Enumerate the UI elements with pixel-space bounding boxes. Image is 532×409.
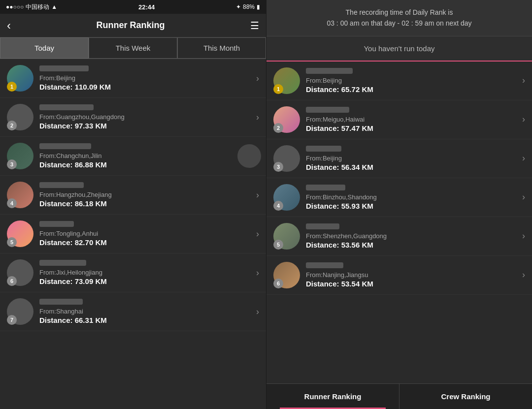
runner-distance: Distance: 66.31 KM [39,316,252,324]
runner-name [39,143,91,149]
runner-info: From:BeijingDistance: 56.34 KM [306,146,518,171]
avatar-wrap: 1 [273,67,300,94]
runner-item[interactable]: 6From:Nanjing,JiangsuDistance: 53.54 KM› [266,256,532,295]
runner-info: From:Hangzhou,ZhejiangDistance: 86.18 KM [39,182,252,208]
right-runner-list: 1From:BeijingDistance: 65.72 KM›2From:Me… [266,62,532,383]
runner-from: From:Beijing [306,155,518,162]
tab-this-week[interactable]: This Week [89,37,177,59]
right-panel: The recording time of Daily Rank is 03 :… [266,0,532,409]
chevron-right-icon: › [256,229,259,239]
avatar-wrap: 5 [273,223,300,250]
chevron-right-icon: › [256,112,259,123]
runner-item[interactable]: 7From:ShanghaiDistance: 66.31 KM› [0,292,266,331]
runner-info: From:Jixi,HeilongjiangDistance: 73.09 KM [39,260,252,285]
avatar-wrap: 7 [7,298,33,325]
runner-name [306,68,353,74]
chevron-right-icon: › [522,153,525,163]
status-left: ●●○○○ 中国移动 ▲ [6,3,57,11]
chevron-right-icon: › [522,192,525,202]
runner-info: From:Guangzhou,GuangdongDistance: 97.33 … [39,104,252,130]
runner-item[interactable]: 6From:Jixi,HeilongjiangDistance: 73.09 K… [0,253,266,292]
chevron-right-icon: › [522,231,525,241]
rank-badge: 7 [7,315,17,325]
rank-badge: 1 [273,84,283,94]
battery-icon: ▮ [257,3,260,10]
back-button[interactable]: ‹ [7,19,11,32]
rank-badge: 3 [273,162,283,172]
left-panel: ●●○○○ 中国移动 ▲ 22:44 ✦ 88% ▮ ‹ Runner Rank… [0,0,266,409]
chevron-right-icon: › [522,75,525,86]
runner-from: From:Tongling,Anhui [39,230,252,237]
tab-today[interactable]: Today [0,37,89,59]
runner-distance: Distance: 110.09 KM [39,83,252,91]
runner-item[interactable]: 4From:Binzhou,ShandongDistance: 55.93 KM… [266,178,532,217]
battery-label: 88% [243,3,255,10]
runner-distance: Distance: 97.33 KM [39,122,252,130]
rank-badge: 4 [7,198,17,208]
status-right: ✦ 88% ▮ [236,3,260,10]
runner-item[interactable]: 1From:BeijingDistance: 110.09 KM› [0,59,266,98]
chevron-right-icon: › [522,270,525,280]
avatar-wrap: 4 [7,182,33,208]
runner-item[interactable]: 2From:Meiguo,HaiwaiDistance: 57.47 KM› [266,100,532,139]
runner-item[interactable]: 5From:Shenzhen,GuangdongDistance: 53.56 … [266,217,532,256]
runner-info: From:ShanghaiDistance: 66.31 KM [39,299,252,324]
runner-distance: Distance: 56.34 KM [306,163,518,171]
runner-item[interactable]: 3From:BeijingDistance: 56.34 KM› [266,139,532,178]
bottom-tab-crew-ranking[interactable]: Crew Ranking [399,384,532,409]
runner-from: From:Shanghai [39,308,252,315]
chevron-right-icon: › [522,114,525,125]
daily-rank-info: The recording time of Daily Rank is 03 :… [266,0,532,36]
avatar-wrap: 1 [7,65,33,92]
runner-info: From:Tongling,AnhuiDistance: 82.70 KM [39,221,252,247]
runner-item[interactable]: 4From:Hangzhou,ZhejiangDistance: 86.18 K… [0,176,266,215]
runner-name [39,221,74,227]
runner-item[interactable]: 3From:Changchun,JilinDistance: 86.88 KM [0,137,266,176]
carrier-label: 中国移动 [26,3,49,11]
runner-item[interactable]: 1From:BeijingDistance: 65.72 KM› [266,62,532,100]
runner-distance: Distance: 53.54 KM [306,280,518,288]
runner-item[interactable]: 5From:Tongling,AnhuiDistance: 82.70 KM› [0,215,266,253]
runner-from: From:Beijing [306,77,518,84]
scroll-indicator [237,144,261,168]
tab-this-month[interactable]: This Month [177,37,266,59]
chevron-right-icon: › [256,307,259,317]
page-title: Runner Ranking [96,20,165,31]
runner-info: From:Nanjing,JiangsuDistance: 53.54 KM [306,262,518,288]
signal-dots: ●●○○○ [6,3,24,10]
runner-from: From:Hangzhou,Zhejiang [39,191,252,198]
runner-name [306,185,345,190]
avatar-wrap: 6 [273,262,300,288]
rank-badge: 2 [273,123,283,133]
avatar-wrap: 3 [273,145,300,172]
runner-name [39,299,83,305]
runner-name [39,260,86,266]
avatar-wrap: 3 [7,143,33,169]
avatar-wrap: 5 [7,220,33,247]
runner-info: From:Changchun,JilinDistance: 86.88 KM [39,143,259,169]
runner-from: From:Changchun,Jilin [39,152,259,159]
runner-name [306,223,339,229]
chevron-right-icon: › [256,190,259,200]
runner-item[interactable]: 2From:Guangzhou,GuangdongDistance: 97.33… [0,98,266,137]
runner-distance: Distance: 73.09 KM [39,277,252,285]
chevron-right-icon: › [256,268,259,278]
wifi-icon: ▲ [51,3,57,10]
runner-info: From:BeijingDistance: 65.72 KM [306,68,518,94]
runner-name [306,262,343,268]
runner-distance: Distance: 57.47 KM [306,124,518,132]
no-run-banner: You haven't run today [266,36,532,62]
runner-distance: Distance: 65.72 KM [306,85,518,94]
runner-distance: Distance: 82.70 KM [39,238,252,247]
rank-badge: 3 [7,159,17,169]
runner-from: From:Meiguo,Haiwai [306,116,518,123]
menu-button[interactable]: ☰ [250,20,259,31]
runner-info: From:Meiguo,HaiwaiDistance: 57.47 KM [306,107,518,132]
runner-distance: Distance: 86.88 KM [39,160,259,169]
runner-from: From:Nanjing,Jiangsu [306,271,518,279]
runner-info: From:BeijingDistance: 110.09 KM [39,65,252,91]
status-time: 22:44 [138,3,155,11]
runner-from: From:Beijing [39,74,252,82]
bottom-tab-runner-ranking[interactable]: Runner Ranking [266,384,399,409]
rank-badge: 1 [7,82,17,92]
